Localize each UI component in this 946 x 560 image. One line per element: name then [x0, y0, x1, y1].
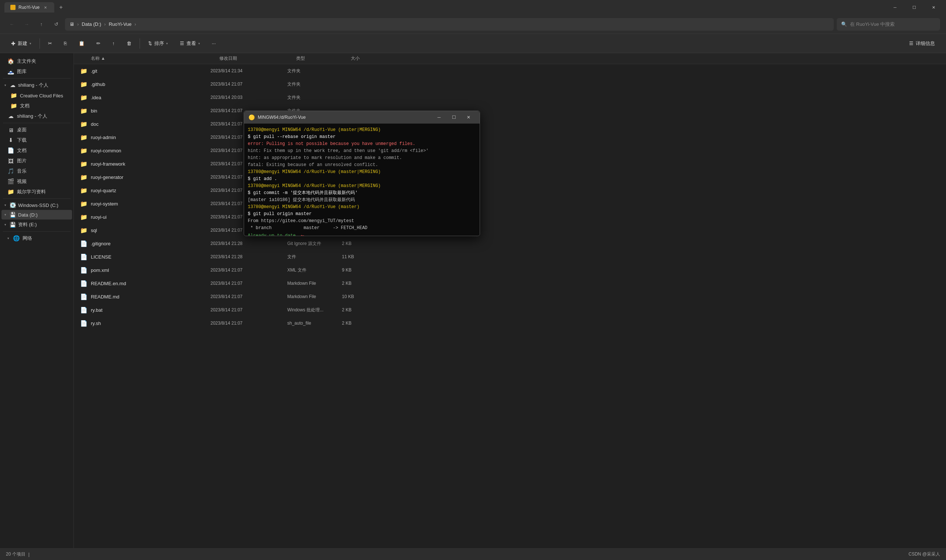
- sidebar-drive-e-label: 资料 (E:): [18, 222, 37, 228]
- view-button[interactable]: ☰ 查看 ▾: [174, 37, 205, 50]
- tab-close-button[interactable]: ✕: [42, 5, 48, 10]
- table-row[interactable]: 📁 .git 2023/8/14 21:34 文件夹: [74, 64, 946, 77]
- table-row[interactable]: 📄 LICENSE 2023/8/14 21:28 文件 11 KB: [74, 250, 946, 263]
- sidebar-item-downloads[interactable]: ⬇ 下载 📌: [2, 135, 72, 145]
- new-button[interactable]: ✚ 新建 ▾: [6, 37, 37, 50]
- sidebar-item-home[interactable]: 🏠 主文件夹: [2, 56, 72, 66]
- table-row[interactable]: 📁 ruoyi-quartz 2023/8/14 21:07 文件夹: [74, 184, 946, 197]
- more-button[interactable]: ···: [207, 37, 221, 50]
- file-date: 2023/8/14 21:28: [210, 241, 284, 246]
- delete-button[interactable]: 🗑: [122, 37, 137, 50]
- file-date: 2023/8/14 21:28: [210, 254, 284, 259]
- table-row[interactable]: 📁 ruoyi-generator 2023/8/14 21:07 文件夹: [74, 171, 946, 184]
- more-icon: ···: [212, 41, 216, 46]
- forward-button[interactable]: →: [21, 18, 32, 30]
- sidebar-item-desktop[interactable]: 🖥 桌面 📌: [2, 125, 72, 135]
- file-icon: 📄: [80, 253, 88, 261]
- sidebar-item-gallery[interactable]: 🗻 图库: [2, 66, 72, 77]
- file-date: 2023/8/14 21:07: [210, 268, 284, 272]
- sidebar-item-documents-cloud[interactable]: 📁 文档: [2, 101, 72, 111]
- table-row[interactable]: 📁 ruoyi-framework 2023/8/14 21:07 文件夹: [74, 157, 946, 171]
- terminal-body[interactable]: 13780@mengyi MINGW64 /d/RuoYi-Vue (maste…: [244, 123, 480, 236]
- cut-icon: ✂: [48, 41, 52, 46]
- up-button[interactable]: ↑: [35, 18, 47, 30]
- back-button[interactable]: ←: [6, 18, 18, 30]
- terminal-maximize-button[interactable]: ☐: [447, 112, 460, 122]
- sidebar-item-docs[interactable]: 📄 文档 📌: [2, 145, 72, 156]
- terminal-prompt-line: 13780@mengyi MINGW64 /d/RuoYi-Vue (maste…: [248, 169, 476, 175]
- address-bar[interactable]: 🖥 › Data (D:) › RuoYi-Vue ›: [65, 18, 834, 31]
- drive-d-expand-icon: ▾: [5, 213, 6, 217]
- table-row[interactable]: 📁 .idea 2023/8/14 20:03 文件夹: [74, 91, 946, 104]
- copy-button[interactable]: ⎘: [59, 37, 72, 50]
- delete-icon: 🗑: [127, 41, 131, 46]
- table-row[interactable]: 📁 sql 2023/8/14 21:07 文件夹: [74, 223, 946, 237]
- refresh-button[interactable]: ↺: [50, 18, 62, 30]
- sidebar-item-video[interactable]: 🎬 视频 📌: [2, 176, 72, 187]
- table-row[interactable]: 📄 README.md 2023/8/14 21:07 Markdown Fil…: [74, 290, 946, 303]
- col-type-header[interactable]: 类型: [296, 55, 348, 62]
- table-row[interactable]: 📄 pom.xml 2023/8/14 21:07 XML 文件 9 KB: [74, 263, 946, 277]
- download-icon: ⬇: [8, 137, 14, 143]
- rename-button[interactable]: ✏: [91, 37, 106, 50]
- sidebar-drive-d[interactable]: ▾ 💾 Data (D:): [2, 210, 72, 220]
- terminal-normal-line: From https://gitee.com/mengyi_TUT/mytest: [248, 218, 476, 224]
- col-date-header[interactable]: 修改日期: [219, 55, 293, 62]
- close-button[interactable]: ✕: [925, 2, 941, 12]
- share-button[interactable]: ↑: [107, 37, 120, 50]
- sidebar-item-music[interactable]: 🎵 音乐 📌: [2, 166, 72, 176]
- sort-button[interactable]: ⇅ 排序 ▾: [143, 37, 173, 50]
- search-bar[interactable]: 🔍 在 RuoYi-Vue 中搜索: [837, 18, 940, 31]
- sidebar-item-shiliang2[interactable]: ☁ shiliang - 个人: [2, 111, 72, 122]
- sidebar-item-network[interactable]: ▾ 🌐 网络: [2, 233, 72, 243]
- table-row[interactable]: 📁 doc 2023/8/14 21:07 文件夹: [74, 117, 946, 131]
- sidebar-video-label: 视频: [17, 178, 26, 185]
- file-name: README.en.md: [91, 281, 207, 286]
- table-row[interactable]: 📁 ruoyi-ui 2023/8/14 21:07 文件夹: [74, 210, 946, 223]
- table-row[interactable]: 📄 README.en.md 2023/8/14 21:07 Markdown …: [74, 277, 946, 290]
- terminal-close-button[interactable]: ✕: [462, 112, 475, 122]
- file-name: .github: [91, 82, 207, 87]
- table-row[interactable]: 📁 .github 2023/8/14 21:07 文件夹: [74, 77, 946, 91]
- col-name-header[interactable]: 名称 ▲: [91, 55, 216, 62]
- minimize-button[interactable]: ─: [887, 2, 903, 12]
- table-row[interactable]: 📄 ry.bat 2023/8/14 21:07 Windows 批处理... …: [74, 303, 946, 317]
- sidebar-group-shiliang[interactable]: ▾ ☁ shiliang - 个人: [2, 80, 72, 91]
- table-row[interactable]: 📁 ruoyi-admin 2023/8/14 21:07 文件夹: [74, 131, 946, 144]
- maximize-button[interactable]: ☐: [906, 2, 922, 12]
- file-list: 📁 .git 2023/8/14 21:34 文件夹 📁 .github 202…: [74, 64, 946, 548]
- new-tab-button[interactable]: +: [56, 2, 66, 12]
- terminal-controls: ─ ☐ ✕: [432, 112, 475, 122]
- file-name: pom.xml: [91, 268, 207, 273]
- table-row[interactable]: 📁 bin 2023/8/14 21:07 文件夹: [74, 104, 946, 117]
- table-row[interactable]: 📁 ruoyi-common 2023/8/14 21:07 文件夹: [74, 144, 946, 157]
- details-button[interactable]: ☰ 详细信息: [904, 37, 940, 50]
- cut-button[interactable]: ✂: [43, 37, 57, 50]
- file-type: Markdown File: [287, 281, 339, 286]
- table-row[interactable]: 📄 ry.sh 2023/8/14 21:07 sh_auto_file 2 K…: [74, 317, 946, 330]
- folder-special-icon: 📁: [80, 213, 88, 221]
- docs-icon: 📄: [8, 147, 14, 154]
- sidebar-drives-group[interactable]: ▾ 💽 Windows-SSD (C:): [2, 200, 72, 210]
- folder-special-icon: 📁: [80, 80, 88, 88]
- file-xml-icon: 📄: [80, 266, 88, 274]
- tab-label: RuoYi-Vue: [19, 5, 40, 10]
- folder-special-icon: 📁: [80, 107, 88, 115]
- file-name: ry.bat: [91, 307, 207, 313]
- active-tab[interactable]: RuoYi-Vue ✕: [5, 2, 54, 12]
- table-row[interactable]: 📄 .gitignore 2023/8/14 21:28 Git Ignore …: [74, 237, 946, 250]
- paste-button[interactable]: 📋: [74, 37, 90, 50]
- file-size: 2 KB: [342, 241, 379, 246]
- file-date: 2023/8/14 20:03: [210, 95, 284, 100]
- sidebar-item-dell[interactable]: 📁 戴尔学习资料 📌: [2, 187, 72, 197]
- view-label: 查看: [187, 40, 196, 47]
- col-size-header[interactable]: 大小: [351, 55, 388, 62]
- terminal-minimize-button[interactable]: ─: [432, 112, 446, 122]
- sidebar-item-creative-cloud[interactable]: 📁 Creative Cloud Files: [2, 91, 72, 101]
- rename-icon: ✏: [96, 41, 100, 46]
- sidebar-drive-e[interactable]: ▾ 💾 资料 (E:): [2, 220, 72, 230]
- table-row[interactable]: 📁 ruoyi-system 2023/8/14 21:07 文件夹: [74, 197, 946, 210]
- sidebar-item-pictures[interactable]: 🖼 图片 📌: [2, 156, 72, 166]
- terminal-prompt-line: 13780@mengyi MINGW64 /d/RuoYi-Vue (maste…: [248, 204, 476, 210]
- file-name: .git: [91, 68, 207, 74]
